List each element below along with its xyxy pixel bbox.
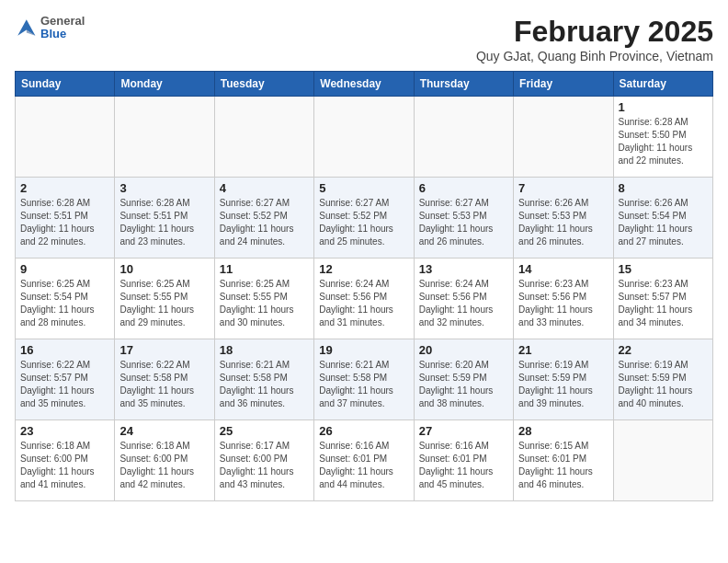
day-number: 22 bbox=[619, 343, 708, 357]
table-row: 27Sunrise: 6:16 AM Sunset: 6:01 PM Dayli… bbox=[414, 420, 513, 501]
day-number: 11 bbox=[220, 262, 309, 276]
table-row: 9Sunrise: 6:25 AM Sunset: 5:54 PM Daylig… bbox=[16, 259, 115, 339]
day-info: Sunrise: 6:25 AM Sunset: 5:55 PM Dayligh… bbox=[220, 278, 309, 329]
logo: General Blue bbox=[15, 15, 85, 41]
day-info: Sunrise: 6:24 AM Sunset: 5:56 PM Dayligh… bbox=[319, 278, 408, 329]
day-info: Sunrise: 6:21 AM Sunset: 5:58 PM Dayligh… bbox=[220, 359, 309, 410]
month-title: February 2025 bbox=[476, 15, 713, 49]
table-row bbox=[115, 97, 214, 178]
day-number: 13 bbox=[419, 262, 508, 276]
day-info: Sunrise: 6:27 AM Sunset: 5:52 PM Dayligh… bbox=[319, 197, 408, 248]
table-row: 17Sunrise: 6:22 AM Sunset: 5:58 PM Dayli… bbox=[115, 339, 214, 420]
table-row bbox=[314, 97, 414, 178]
day-number: 24 bbox=[119, 424, 209, 438]
day-number: 17 bbox=[119, 343, 209, 357]
logo-blue: Blue bbox=[40, 28, 85, 40]
table-row: 11Sunrise: 6:25 AM Sunset: 5:55 PM Dayli… bbox=[214, 259, 313, 339]
table-row bbox=[16, 97, 115, 178]
table-row: 24Sunrise: 6:18 AM Sunset: 6:00 PM Dayli… bbox=[115, 420, 214, 501]
day-number: 14 bbox=[518, 262, 608, 276]
table-row: 22Sunrise: 6:19 AM Sunset: 5:59 PM Dayli… bbox=[613, 339, 712, 420]
table-row: 16Sunrise: 6:22 AM Sunset: 5:57 PM Dayli… bbox=[16, 339, 115, 420]
table-row bbox=[514, 97, 613, 178]
day-info: Sunrise: 6:28 AM Sunset: 5:50 PM Dayligh… bbox=[619, 116, 708, 167]
day-number: 2 bbox=[20, 181, 109, 195]
logo-icon bbox=[15, 17, 37, 39]
calendar-week-row: 1Sunrise: 6:28 AM Sunset: 5:50 PM Daylig… bbox=[16, 97, 713, 178]
day-header-saturday: Saturday bbox=[613, 72, 712, 97]
day-header-tuesday: Tuesday bbox=[214, 72, 313, 97]
day-number: 18 bbox=[220, 343, 309, 357]
calendar-week-row: 2Sunrise: 6:28 AM Sunset: 5:51 PM Daylig… bbox=[16, 178, 713, 259]
table-row: 8Sunrise: 6:26 AM Sunset: 5:54 PM Daylig… bbox=[613, 178, 712, 259]
day-info: Sunrise: 6:22 AM Sunset: 5:58 PM Dayligh… bbox=[119, 359, 209, 410]
day-number: 20 bbox=[419, 343, 508, 357]
day-header-wednesday: Wednesday bbox=[314, 72, 414, 97]
table-row: 1Sunrise: 6:28 AM Sunset: 5:50 PM Daylig… bbox=[613, 97, 712, 178]
day-info: Sunrise: 6:23 AM Sunset: 5:56 PM Dayligh… bbox=[518, 278, 608, 329]
day-header-sunday: Sunday bbox=[16, 72, 115, 97]
day-number: 16 bbox=[20, 343, 109, 357]
table-row: 20Sunrise: 6:20 AM Sunset: 5:59 PM Dayli… bbox=[414, 339, 513, 420]
day-header-friday: Friday bbox=[514, 72, 613, 97]
day-number: 28 bbox=[518, 424, 608, 438]
day-info: Sunrise: 6:28 AM Sunset: 5:51 PM Dayligh… bbox=[119, 197, 209, 248]
location-subtitle: Quy GJat, Quang Binh Province, Vietnam bbox=[476, 49, 713, 63]
day-number: 8 bbox=[619, 181, 708, 195]
calendar-header-row: SundayMondayTuesdayWednesdayThursdayFrid… bbox=[16, 72, 713, 97]
day-number: 23 bbox=[20, 424, 109, 438]
table-row: 25Sunrise: 6:17 AM Sunset: 6:00 PM Dayli… bbox=[214, 420, 313, 501]
table-row: 26Sunrise: 6:16 AM Sunset: 6:01 PM Dayli… bbox=[314, 420, 414, 501]
title-area: February 2025 Quy GJat, Quang Binh Provi… bbox=[476, 15, 713, 63]
day-info: Sunrise: 6:25 AM Sunset: 5:54 PM Dayligh… bbox=[20, 278, 109, 329]
day-info: Sunrise: 6:18 AM Sunset: 6:00 PM Dayligh… bbox=[20, 440, 109, 491]
table-row: 28Sunrise: 6:15 AM Sunset: 6:01 PM Dayli… bbox=[514, 420, 613, 501]
day-info: Sunrise: 6:26 AM Sunset: 5:54 PM Dayligh… bbox=[619, 197, 708, 248]
day-number: 12 bbox=[319, 262, 408, 276]
day-info: Sunrise: 6:28 AM Sunset: 5:51 PM Dayligh… bbox=[20, 197, 109, 248]
day-number: 4 bbox=[220, 181, 309, 195]
day-number: 27 bbox=[419, 424, 508, 438]
day-number: 26 bbox=[319, 424, 408, 438]
table-row bbox=[613, 420, 712, 501]
day-number: 6 bbox=[419, 181, 508, 195]
table-row bbox=[414, 97, 513, 178]
calendar-table: SundayMondayTuesdayWednesdayThursdayFrid… bbox=[15, 71, 713, 501]
table-row: 10Sunrise: 6:25 AM Sunset: 5:55 PM Dayli… bbox=[115, 259, 214, 339]
table-row: 4Sunrise: 6:27 AM Sunset: 5:52 PM Daylig… bbox=[214, 178, 313, 259]
table-row bbox=[214, 97, 313, 178]
day-info: Sunrise: 6:27 AM Sunset: 5:52 PM Dayligh… bbox=[220, 197, 309, 248]
table-row: 19Sunrise: 6:21 AM Sunset: 5:58 PM Dayli… bbox=[314, 339, 414, 420]
day-info: Sunrise: 6:18 AM Sunset: 6:00 PM Dayligh… bbox=[119, 440, 209, 491]
day-number: 15 bbox=[619, 262, 708, 276]
day-info: Sunrise: 6:19 AM Sunset: 5:59 PM Dayligh… bbox=[518, 359, 608, 410]
day-number: 3 bbox=[119, 181, 209, 195]
day-info: Sunrise: 6:19 AM Sunset: 5:59 PM Dayligh… bbox=[619, 359, 708, 410]
table-row: 7Sunrise: 6:26 AM Sunset: 5:53 PM Daylig… bbox=[514, 178, 613, 259]
day-info: Sunrise: 6:25 AM Sunset: 5:55 PM Dayligh… bbox=[119, 278, 209, 329]
calendar-week-row: 16Sunrise: 6:22 AM Sunset: 5:57 PM Dayli… bbox=[16, 339, 713, 420]
day-info: Sunrise: 6:24 AM Sunset: 5:56 PM Dayligh… bbox=[419, 278, 508, 329]
day-info: Sunrise: 6:22 AM Sunset: 5:57 PM Dayligh… bbox=[20, 359, 109, 410]
table-row: 12Sunrise: 6:24 AM Sunset: 5:56 PM Dayli… bbox=[314, 259, 414, 339]
day-number: 5 bbox=[319, 181, 408, 195]
day-number: 7 bbox=[518, 181, 608, 195]
table-row: 14Sunrise: 6:23 AM Sunset: 5:56 PM Dayli… bbox=[514, 259, 613, 339]
day-info: Sunrise: 6:23 AM Sunset: 5:57 PM Dayligh… bbox=[619, 278, 708, 329]
day-info: Sunrise: 6:26 AM Sunset: 5:53 PM Dayligh… bbox=[518, 197, 608, 248]
day-number: 10 bbox=[119, 262, 209, 276]
calendar-week-row: 23Sunrise: 6:18 AM Sunset: 6:00 PM Dayli… bbox=[16, 420, 713, 501]
day-info: Sunrise: 6:21 AM Sunset: 5:58 PM Dayligh… bbox=[319, 359, 408, 410]
day-info: Sunrise: 6:16 AM Sunset: 6:01 PM Dayligh… bbox=[419, 440, 508, 491]
day-header-thursday: Thursday bbox=[414, 72, 513, 97]
table-row: 2Sunrise: 6:28 AM Sunset: 5:51 PM Daylig… bbox=[16, 178, 115, 259]
table-row: 15Sunrise: 6:23 AM Sunset: 5:57 PM Dayli… bbox=[613, 259, 712, 339]
day-info: Sunrise: 6:15 AM Sunset: 6:01 PM Dayligh… bbox=[518, 440, 608, 491]
day-info: Sunrise: 6:20 AM Sunset: 5:59 PM Dayligh… bbox=[419, 359, 508, 410]
table-row: 13Sunrise: 6:24 AM Sunset: 5:56 PM Dayli… bbox=[414, 259, 513, 339]
day-number: 1 bbox=[619, 100, 708, 114]
day-number: 9 bbox=[20, 262, 109, 276]
table-row: 21Sunrise: 6:19 AM Sunset: 5:59 PM Dayli… bbox=[514, 339, 613, 420]
day-header-monday: Monday bbox=[115, 72, 214, 97]
day-number: 19 bbox=[319, 343, 408, 357]
